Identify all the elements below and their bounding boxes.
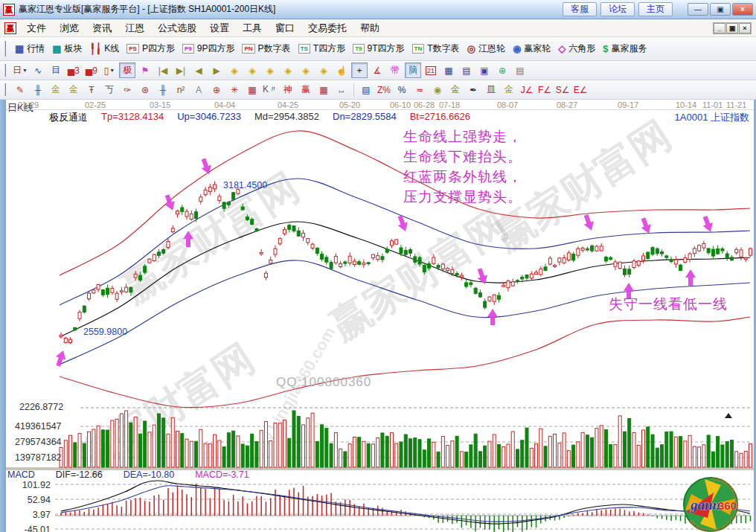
nav-next-button[interactable]: ▶ [208,63,225,78]
h-arrows-button[interactable]: ↔ [333,82,350,97]
menu-帮助[interactable]: 帮助 [353,20,386,36]
brain-tool-button[interactable]: 脑 [405,63,421,78]
kline-button[interactable]: ╿╽K线 [86,41,124,57]
t-number-button[interactable]: TNT数字表 [409,41,464,57]
save-button[interactable]: ▣ [476,63,493,78]
p-number-button[interactable]: PNP数字表 [238,41,294,57]
calendar-button[interactable]: 21 [423,63,439,78]
notepad-button[interactable]: ▤ [458,63,475,78]
quotes-button[interactable]: ▦行情 [11,41,48,57]
gold-line2-button[interactable]: 金 [65,82,82,97]
gann-grid2-button[interactable]: ╫ [155,82,171,97]
customer-service-button[interactable]: 客服 [563,2,597,16]
t-tool-button[interactable]: Ŧ [83,82,100,97]
grid-3-button[interactable]: ▅3 [65,63,82,78]
angle-e-button[interactable]: E∠ [572,82,589,97]
nav-prev-button[interactable]: ◀ [190,63,207,78]
brush-tool-button[interactable]: ✑ [119,82,135,97]
percent-lines-button[interactable]: ≂ [411,82,428,97]
angle-a-button[interactable]: A [190,82,207,97]
date-tick: 06-10 [390,100,411,109]
quote-table-button[interactable]: 目 [48,63,64,78]
band-tool-button[interactable]: 带 [387,63,403,78]
gold-avg-button[interactable]: 金 [447,82,464,97]
ratio-table-button[interactable]: ▤ [358,82,374,97]
menu-工具[interactable]: 工具 [236,20,269,36]
diamond-h-button[interactable]: ◈ [262,63,278,78]
shen-tool-button[interactable]: 神 [280,82,296,97]
signal-arrow-up [54,349,68,368]
p-square-button[interactable]: PSP四方形 [123,41,179,57]
angle-s-button[interactable]: S∠ [554,82,571,97]
hand-tool-button[interactable]: ☝ [333,63,350,78]
menu-交易委托[interactable]: 交易委托 [301,20,353,36]
nav-first-button[interactable]: |◀ [155,63,171,78]
single-candle-button[interactable]: ▯▼ [101,63,118,78]
winner-wheel-button[interactable]: ◉赢家轮 [509,41,554,57]
menu-文件[interactable]: 文件 [20,20,53,36]
sectors-button[interactable]: ▩板块 [48,41,86,57]
network-button[interactable]: ⊕ [494,63,510,78]
chart-canvas[interactable]: 0123456789012345678901234567890123456789… [6,100,754,532]
diamond-cross-button[interactable]: ◈ [298,63,314,78]
menu-资讯[interactable]: 资讯 [86,20,118,36]
n-square-button[interactable]: n² [173,82,189,97]
mdi-minimize[interactable]: _ [714,23,725,33]
trend-chart-button[interactable]: ∿ [30,63,46,78]
matrix-tool-button[interactable]: ▦ [244,82,260,97]
crosshair-tool-button[interactable]: ＋ [351,63,368,78]
gann-wheel-button[interactable]: ◎江恩轮 [464,41,509,57]
jifan-channel-button[interactable]: 极 [119,63,135,78]
angle-measure-button[interactable]: ∡ [369,63,385,78]
percent-z-button[interactable]: Z% [376,82,392,97]
title-bar[interactable]: 赢 赢家江恩专业版[赢家服务平台] - [上证指数 SH1A0001-200日K… [0,0,756,19]
pen-tool-button[interactable]: ✎ [12,82,28,97]
wave-tool-button[interactable]: 皿 [483,82,499,97]
grid-9-button[interactable]: ▅9 [83,63,100,78]
menu-窗口[interactable]: 窗口 [269,20,301,36]
gold-circle-button[interactable]: ◉ [429,82,446,97]
forum-button[interactable]: 论坛 [600,2,635,16]
restore-button[interactable]: ▣ [710,3,731,16]
minimize-button[interactable]: — [688,3,708,16]
t9-square-button[interactable]: T99T四方形 [349,41,408,57]
menu-浏览[interactable]: 浏览 [53,20,86,36]
gann-wheel-label: 江恩轮 [478,42,505,55]
angle-j-button[interactable]: J∠ [519,82,535,97]
chart-panel[interactable]: 赢家财富网 赢家财富网 赢家财富网 赢家财富网 www.yingjia360.c… [6,100,754,532]
hook-tool-button[interactable]: 丂 [101,82,118,97]
hexagon-button[interactable]: ◇六角形 [554,41,599,57]
gold-line1-button[interactable]: 金 [48,82,64,97]
star-grid-button[interactable]: ✳ [226,82,243,97]
diamond-all-button[interactable]: ◈ [315,63,332,78]
grid-125-button[interactable]: ▦ [315,82,332,97]
period-day-button[interactable]: 日▼ [12,63,28,78]
printer-button[interactable]: ▤ [512,63,528,78]
percent-button[interactable]: % [394,82,410,97]
target-tool-button[interactable]: ⊕ [208,82,225,97]
calculator-button[interactable]: ▦ [441,63,457,78]
mdi-restore[interactable]: ▣ [726,23,738,33]
menu-设置[interactable]: 设置 [203,20,236,36]
close-button[interactable]: × [732,3,753,16]
mdi-close[interactable]: × [739,23,751,33]
diamond-x-button[interactable]: ◈ [280,63,296,78]
nav-last-button[interactable]: ▶| [173,63,189,78]
p9-square-button[interactable]: P99P四方形 [179,41,238,57]
mini-wheel-button[interactable]: ⊛ [137,82,153,97]
gann-grid1-button[interactable]: ╫ [30,82,46,97]
t-square-button[interactable]: TST四方形 [295,41,350,57]
diamond-right-button[interactable]: ◈ [244,63,260,78]
menu-江恩[interactable]: 江恩 [118,20,151,36]
menu-公式选股[interactable]: 公式选股 [151,20,203,36]
ink-tool-button[interactable]: ✒ [465,82,481,97]
k-notation-button[interactable]: K〃 [262,82,278,97]
gold-3-button[interactable]: 金 [501,82,517,97]
diamond-left-button[interactable]: ◈ [226,63,243,78]
ying-tool-button[interactable]: 赢 [298,82,314,97]
winner-service-button[interactable]: $赢家服务 [599,41,650,57]
color-flag-button[interactable]: ⚑ [137,63,153,78]
homepage-button[interactable]: 主页 [638,2,673,16]
kline-icon: ╿╽ [90,43,102,54]
angle-f-button[interactable]: F∠ [536,82,553,97]
